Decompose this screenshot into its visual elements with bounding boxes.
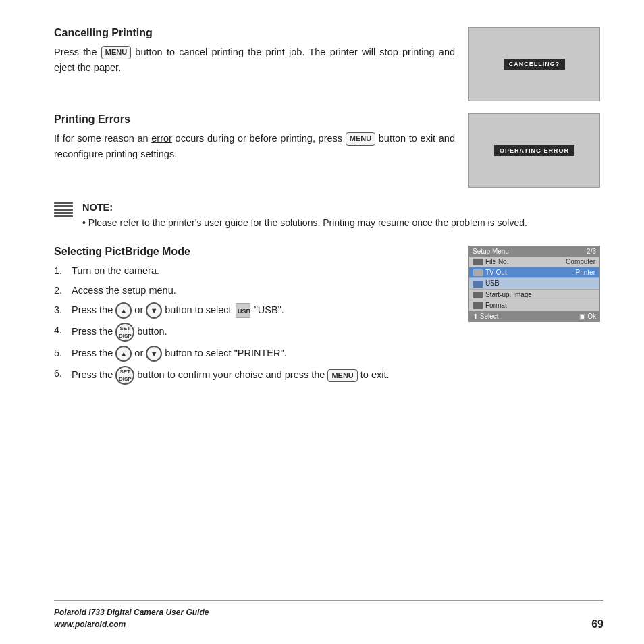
- footer-line1: Polaroid i733 Digital Camera User Guide: [54, 606, 209, 618]
- footer-page-number: 69: [591, 618, 603, 630]
- up-arrow-icon: ▲: [115, 302, 132, 319]
- step-1-num: 1.: [54, 263, 66, 279]
- up-arrow-icon-2: ▲: [115, 346, 132, 362]
- setup-menu: Setup Menu 2/3 File No. Computer TV Out …: [468, 246, 600, 323]
- svg-text:USB: USB: [238, 308, 250, 315]
- step-4: 4. Press the SETDISP button.: [54, 323, 455, 342]
- steps-list: 1. Turn on the camera. 2. Access the set…: [54, 263, 455, 385]
- setup-row-startup-icon: Start-up. Image: [473, 291, 532, 298]
- step-4-num: 4.: [54, 323, 66, 342]
- note-line-4: [54, 212, 73, 214]
- footer-text: Polaroid i733 Digital Camera User Guide …: [54, 606, 209, 630]
- setup-menu-footer: ⬆ Select ▣ Ok: [469, 311, 599, 321]
- setup-row-tvout-icon: TV Out: [473, 269, 507, 276]
- menu-button-errors: MENU: [346, 132, 375, 145]
- usb-select-icon: USB: [236, 303, 250, 318]
- cancelling-image: CANCELLING?: [468, 27, 603, 101]
- startup-icon: [473, 292, 483, 298]
- pictbridge-section: Selecting PictBridge Mode 1. Turn on the…: [54, 246, 603, 390]
- note-line-2: [54, 205, 73, 207]
- set-button-6: SETDISP: [115, 366, 134, 385]
- set-button-4: SETDISP: [115, 323, 134, 342]
- setup-row-startup: Start-up. Image: [469, 290, 599, 300]
- usb-icon-menu: [473, 281, 483, 288]
- tvout-icon: [473, 269, 483, 276]
- step-6-num: 6.: [54, 366, 66, 385]
- or-text-2: or: [134, 348, 143, 358]
- setup-menu-page: 2/3: [587, 248, 596, 255]
- setup-menu-title: Setup Menu: [473, 248, 509, 255]
- step-2-text: Access the setup menu.: [72, 283, 455, 298]
- step-5-num: 5.: [54, 346, 66, 362]
- step-1-text: Turn on the camera.: [72, 263, 455, 279]
- cancelling-text: Cancelling Printing Press the MENU butto…: [54, 27, 455, 101]
- cancelling-lcd: CANCELLING?: [468, 27, 600, 101]
- cancelling-lcd-label: CANCELLING?: [504, 59, 566, 70]
- setup-row-fileno: File No. Computer: [469, 257, 599, 267]
- error-underline: error: [151, 133, 172, 144]
- note-body: Please refer to the printer's user guide…: [88, 217, 527, 228]
- fileno-icon: [473, 259, 483, 265]
- step-4-text: Press the SETDISP button.: [72, 323, 455, 342]
- setup-row-tvout: TV Out Printer: [469, 267, 599, 278]
- note-line-1: [54, 202, 73, 204]
- step-3-num: 3.: [54, 302, 66, 319]
- pictbridge-image: Setup Menu 2/3 File No. Computer TV Out …: [468, 246, 603, 390]
- note-title: NOTE:: [82, 202, 113, 213]
- down-arrow-icon: ▼: [146, 302, 162, 319]
- pictbridge-text: Selecting PictBridge Mode 1. Turn on the…: [54, 246, 455, 390]
- errors-body: If for some reason an error occurs durin…: [54, 131, 455, 162]
- setup-row-usb: USB: [469, 278, 599, 289]
- or-text-1: or: [134, 304, 143, 315]
- errors-image: OPERATING ERROR: [468, 113, 603, 188]
- menu-button-exit: MENU: [327, 369, 357, 382]
- note-line-3: [54, 209, 73, 211]
- pictbridge-title: Selecting PictBridge Mode: [54, 246, 455, 258]
- step-5: 5. Press the ▲ or ▼ button to select "PR…: [54, 346, 455, 362]
- menu-button-cancel: MENU: [101, 46, 131, 59]
- note-icon: [54, 200, 76, 217]
- setup-row-format: Format: [469, 300, 599, 311]
- setup-footer-ok: ▣ Ok: [579, 313, 596, 320]
- setup-row-format-icon: Format: [473, 302, 507, 309]
- note-content: NOTE: • Please refer to the printer's us…: [82, 200, 527, 231]
- setup-row-fileno-value: Computer: [566, 258, 595, 265]
- cancelling-body: Press the MENU button to cancel printing…: [54, 45, 455, 76]
- note-line-5: [54, 215, 73, 217]
- setup-row-usb-icon: USB: [473, 279, 500, 287]
- step-6: 6. Press the SETDISP button to confirm y…: [54, 366, 455, 385]
- page: Cancelling Printing Press the MENU butto…: [0, 0, 644, 644]
- setup-menu-header: Setup Menu 2/3: [469, 246, 599, 257]
- errors-text: Printing Errors If for some reason an er…: [54, 113, 455, 188]
- footer-line2: www.polaroid.com: [54, 618, 209, 630]
- errors-lcd-label: OPERATING ERROR: [494, 145, 574, 156]
- step-1: 1. Turn on the camera.: [54, 263, 455, 279]
- step-6-text: Press the SETDISP button to confirm your…: [72, 366, 455, 385]
- cancelling-title: Cancelling Printing: [54, 27, 455, 39]
- errors-title: Printing Errors: [54, 113, 455, 126]
- step-3: 3. Press the ▲ or ▼ button to select USB…: [54, 302, 455, 319]
- note-section: NOTE: • Please refer to the printer's us…: [54, 200, 603, 231]
- errors-lcd: OPERATING ERROR: [468, 113, 600, 188]
- step-5-text: Press the ▲ or ▼ button to select "PRINT…: [72, 346, 455, 362]
- setup-row-tvout-value: Printer: [576, 269, 595, 276]
- step-2-num: 2.: [54, 283, 66, 298]
- step-2: 2. Access the setup menu.: [54, 283, 455, 298]
- down-arrow-icon-2: ▼: [146, 346, 162, 362]
- step-3-text: Press the ▲ or ▼ button to select USB "U…: [72, 302, 455, 319]
- format-icon: [473, 302, 483, 309]
- setup-footer-select: ⬆ Select: [473, 313, 499, 320]
- note-bullet: • Please refer to the printer's user gui…: [82, 217, 527, 228]
- cancelling-printing-section: Cancelling Printing Press the MENU butto…: [54, 27, 603, 101]
- setup-row-fileno-icon: File No.: [473, 258, 508, 265]
- note-lines-icon: [54, 202, 76, 217]
- printing-errors-section: Printing Errors If for some reason an er…: [54, 113, 603, 188]
- page-footer: Polaroid i733 Digital Camera User Guide …: [54, 600, 603, 630]
